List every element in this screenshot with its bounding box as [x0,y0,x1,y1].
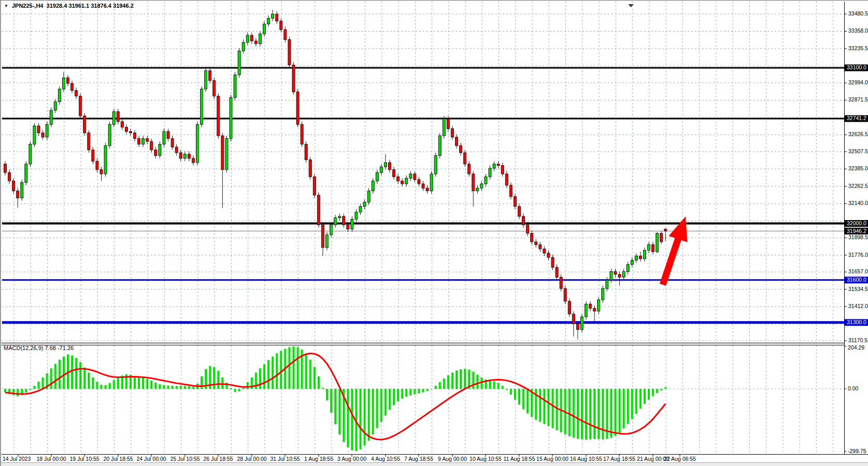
macd-bar [263,364,265,389]
macd-bar [305,354,307,389]
macd-bar [389,389,391,410]
candle [66,78,69,83]
candle [221,136,224,170]
candle [539,245,542,249]
candle [201,89,203,124]
candle [58,89,61,102]
macd-bar [597,389,600,439]
macd-bar [172,386,174,389]
time-axis[interactable]: 14 Jul 202318 Jul 00:0019 Jul 10:5520 Ju… [3,455,696,462]
macd-bar [297,347,299,389]
candle [41,133,44,137]
macd-bar [556,389,558,430]
candle [12,181,15,191]
price-tick-label: 32994.0 [848,79,868,85]
candle [117,112,119,122]
candle [134,133,136,139]
candle [163,132,165,144]
macd-bar [213,367,215,389]
candle [242,42,245,51]
candle [343,216,345,225]
symbol-dropdown-icon[interactable]: ▼ [4,3,8,9]
macd-bar [497,383,500,389]
macd-bar [639,389,642,409]
time-tick-label: 14 Jul 2023 [3,456,31,462]
candle [518,207,520,216]
candle [556,267,558,277]
candle [422,184,424,188]
macd-bar [184,386,186,389]
macd-bar [351,389,353,450]
macd-bar [393,389,395,405]
candle [213,81,216,96]
candle [37,126,40,133]
candle [25,164,27,183]
time-tick-label: 18 Jul 00:00 [36,456,66,462]
candle [267,18,270,24]
macd-bar [543,389,545,424]
macd-bar [347,389,349,447]
candle [79,96,82,116]
candle [480,184,483,188]
chart-canvas[interactable]: 33480.533358.033235.532994.032871.532626… [1,1,868,466]
candle [388,163,391,170]
candle [284,30,287,39]
candle [205,70,207,89]
candle [434,155,437,174]
macd-bar [376,389,378,428]
candle [246,35,249,42]
macd-bar [372,389,374,434]
macd-bar [385,389,387,416]
macd-bar [318,376,320,389]
macd-bar [88,373,90,389]
candle [179,153,182,158]
macd-bar [59,360,61,389]
price-line-label-text: 32741.2 [847,115,866,121]
macd-bar [167,386,169,389]
candle [393,170,395,177]
candle [276,14,278,21]
macd-bar [439,382,441,389]
candle [464,153,466,164]
candle [8,172,11,181]
candle [551,257,554,267]
candle [585,304,588,317]
candle [543,249,546,253]
macd-bar [176,386,178,389]
macd-bar [589,389,591,440]
candle [359,207,362,212]
candle [150,141,153,150]
candle [351,219,353,229]
candle [414,174,416,180]
candle [29,144,32,164]
macd-indicator-label: MACD(12,26,9) 7.68 -71.26 [4,345,74,351]
candle [272,14,274,18]
candle [614,271,617,274]
macd-bar [364,389,366,446]
candle [514,197,516,207]
candle [597,300,600,311]
macd-bar [33,386,35,389]
macd-bar [117,377,119,389]
macd-bar [54,364,56,389]
candle [648,245,650,251]
candle [21,182,23,198]
candle [627,265,629,272]
candle [54,102,56,110]
macd-bar [29,389,31,390]
candle [568,301,571,314]
macd-bar [113,380,115,389]
candle [497,164,500,166]
macd-bar [456,371,458,389]
macd-bar [409,389,411,396]
price-tick-label: 32385.0 [848,165,868,171]
price-tick-label: 32507.5 [848,148,868,154]
candle [635,256,637,260]
candle [643,250,646,258]
time-tick-label: 4 Aug 10:55 [371,456,400,462]
candle [88,133,90,150]
candle [376,172,378,181]
candle [175,147,178,153]
macd-bar [292,346,294,389]
macd-bar [280,351,282,389]
